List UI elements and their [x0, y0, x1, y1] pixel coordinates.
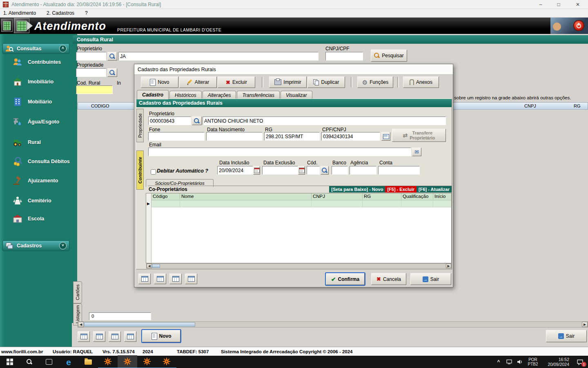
- sidebar-item-escola[interactable]: Escola: [0, 209, 72, 229]
- transfere-proprietario-button[interactable]: ⇄ Transfere Proprietário: [392, 129, 446, 142]
- dlg-nav-prev-button[interactable]: [154, 274, 166, 284]
- app-icon-2-active[interactable]: [118, 355, 137, 368]
- data-nascimento-input[interactable]: [206, 132, 263, 141]
- sidebar-item-contribuintes[interactable]: Contribuintes: [0, 52, 72, 72]
- toolbar-novo-button[interactable]: Novo: [141, 76, 178, 88]
- nav-next-button[interactable]: [109, 331, 121, 342]
- toolbar-excluir-button[interactable]: ✖Excluir: [218, 76, 255, 88]
- menu-item-cadastros[interactable]: 2. Cadastros: [47, 10, 74, 16]
- toolbar-funcoes-button[interactable]: ⚙Funções: [357, 76, 393, 88]
- email-input[interactable]: [148, 148, 411, 156]
- scroll-left-arrow[interactable]: ◀: [147, 264, 152, 268]
- data-exclusao-input[interactable]: [262, 166, 298, 175]
- col-nome[interactable]: Nome: [180, 193, 312, 199]
- cpf-card-button[interactable]: [381, 132, 390, 141]
- proprietario-code-input[interactable]: [76, 52, 106, 61]
- dlg-proprietario-search-button[interactable]: [192, 117, 202, 125]
- cancela-button[interactable]: ✖ Cancela: [371, 273, 406, 285]
- dialog-horizontal-scrollbar[interactable]: ◀ ▶: [146, 263, 452, 269]
- tab-transferencias[interactable]: Transferências: [237, 91, 279, 99]
- scroll-left-arrow[interactable]: ◀: [78, 322, 84, 327]
- col-qualificacao[interactable]: Qualificação: [401, 193, 433, 199]
- data-inclusao-calendar-button[interactable]: [253, 166, 260, 175]
- sidebar-item-ajuizamento[interactable]: Ajuizamento: [0, 171, 72, 191]
- maximize-button[interactable]: □: [550, 0, 568, 9]
- sidebar-item-mobiliario[interactable]: Mobiliário: [0, 92, 72, 112]
- data-exclusao-calendar-button[interactable]: [298, 166, 305, 175]
- toolbar-duplicar-button[interactable]: Duplicar: [307, 76, 345, 88]
- tab-alteracoes[interactable]: Alterações: [203, 91, 236, 99]
- chevron-down-icon[interactable]: ˅: [59, 242, 67, 249]
- col-rg[interactable]: RG: [363, 193, 401, 199]
- fone-input[interactable]: [148, 132, 205, 141]
- power-button-icon[interactable]: [573, 20, 584, 31]
- main-grid-col-rg[interactable]: RG: [574, 103, 581, 108]
- scroll-right-arrow[interactable]: ▶: [446, 264, 451, 268]
- confirma-button[interactable]: ✔ Confirma: [326, 273, 365, 285]
- app-icon-4[interactable]: [157, 355, 176, 368]
- tab-cartoes[interactable]: Cartões: [73, 281, 82, 303]
- dlg-nav-first-button[interactable]: [138, 274, 151, 284]
- sidebar-item-imobiliario[interactable]: Imobiliário: [0, 72, 72, 92]
- propriedade-input[interactable]: [76, 68, 106, 77]
- task-view-button[interactable]: [39, 356, 59, 368]
- main-horizontal-scrollbar[interactable]: ◀ ▶: [78, 321, 588, 328]
- taskbar-search-button[interactable]: [20, 356, 39, 368]
- pesquisar-button[interactable]: Pesquisar: [371, 49, 407, 62]
- close-button[interactable]: ✕: [568, 0, 588, 9]
- vtab-propriedade[interactable]: Propriedade: [136, 109, 144, 142]
- tab-visualizar[interactable]: Visualizar: [281, 91, 312, 99]
- tray-chevron-icon[interactable]: ^: [493, 356, 504, 368]
- data-inclusao-input[interactable]: [217, 166, 253, 175]
- sidebar-item-consulta-debitos[interactable]: Consulta Débitos: [0, 152, 72, 171]
- tray-display-icon[interactable]: [504, 356, 514, 368]
- agencia-input[interactable]: [350, 166, 376, 175]
- col-inicio[interactable]: Início: [433, 193, 450, 199]
- tray-speaker-icon[interactable]: [514, 356, 525, 368]
- col-cnpj[interactable]: CNPJ: [312, 193, 363, 199]
- sidebar-item-cemiterio[interactable]: Cemitério: [0, 191, 72, 211]
- scroll-right-arrow[interactable]: ▶: [582, 322, 588, 327]
- tray-language-indicator[interactable]: POR PTB2: [525, 357, 541, 366]
- toolbar-anexos-button[interactable]: Anexos: [403, 76, 439, 88]
- app-icon-1[interactable]: [98, 355, 118, 368]
- main-grid-col-codigo[interactable]: CODIGO: [91, 103, 109, 108]
- main-grid-col-cnpj[interactable]: CNPJ: [524, 103, 536, 108]
- conta-input[interactable]: [378, 166, 420, 175]
- nav-first-button[interactable]: [78, 331, 90, 342]
- novo-button[interactable]: Novo: [142, 330, 180, 342]
- debitar-automatico-checkbox[interactable]: [151, 169, 156, 175]
- vtab-contribuinte[interactable]: Contribuinte: [136, 150, 144, 190]
- cod-rural-input[interactable]: [76, 85, 113, 94]
- tab-cadastro[interactable]: Cadastro: [137, 90, 169, 99]
- tab-historicos[interactable]: Históricos: [169, 91, 202, 99]
- menu-item-help[interactable]: ?: [85, 10, 88, 16]
- sidebar-splitter[interactable]: [72, 34, 77, 323]
- rg-input[interactable]: [264, 132, 320, 141]
- dlg-proprietario-code-input[interactable]: [148, 117, 191, 125]
- propriedade-search-button[interactable]: [107, 68, 117, 77]
- nav-last-button[interactable]: [124, 331, 136, 342]
- toolbar-alterar-button[interactable]: Alterar: [179, 76, 217, 88]
- chevron-up-icon[interactable]: ˄: [59, 45, 67, 52]
- col-codigo[interactable]: Código: [151, 193, 180, 199]
- scroll-thumb[interactable]: [152, 264, 160, 268]
- sidebar-item-rural[interactable]: Rural: [0, 132, 72, 152]
- scroll-thumb[interactable]: [84, 322, 195, 327]
- action-center-icon[interactable]: 1: [572, 356, 588, 368]
- start-button[interactable]: [0, 356, 20, 368]
- cod-input[interactable]: [307, 166, 320, 175]
- sidebar-group-cadastros[interactable]: Cadastros ˅: [2, 240, 69, 251]
- grid-empty-row[interactable]: [151, 200, 451, 207]
- dlg-proprietario-name-input[interactable]: [203, 117, 446, 125]
- edge-icon[interactable]: e: [59, 356, 78, 368]
- sidebar-item-agua-esgoto[interactable]: Água/Esgoto: [0, 112, 72, 132]
- proprietario-search-button[interactable]: [107, 52, 117, 61]
- tray-clock[interactable]: 16:52 20/09/2024: [541, 357, 572, 367]
- menu-item-atendimento[interactable]: 1. Atendimento: [3, 10, 36, 16]
- dlg-nav-next-button[interactable]: [169, 274, 182, 284]
- cpf-cnpj-input[interactable]: [321, 132, 380, 141]
- minimize-button[interactable]: –: [532, 0, 550, 9]
- file-explorer-icon[interactable]: [78, 356, 98, 368]
- email-button[interactable]: ✉: [412, 148, 421, 156]
